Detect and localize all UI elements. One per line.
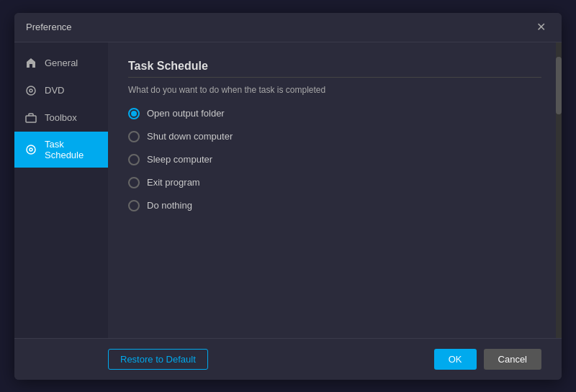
section-subtitle: What do you want to do when the task is …: [128, 85, 541, 95]
restore-default-button[interactable]: Restore to Default: [108, 349, 208, 370]
radio-item-do-nothing[interactable]: Do nothing: [128, 200, 541, 211]
sidebar-item-dvd[interactable]: DVD: [14, 77, 108, 104]
scrollbar-thumb[interactable]: [556, 57, 562, 114]
sidebar-item-general-label: General: [45, 58, 78, 68]
radio-label-sleep-computer: Sleep computer: [147, 154, 212, 165]
radio-item-sleep-computer[interactable]: Sleep computer: [128, 154, 541, 165]
radio-label-exit-program: Exit program: [147, 177, 200, 188]
main-content: Task Schedule What do you want to do whe…: [108, 42, 562, 338]
sidebar-item-general[interactable]: General: [14, 50, 108, 77]
sidebar-item-toolbox[interactable]: Toolbox: [14, 104, 108, 132]
close-button[interactable]: ✕: [532, 20, 550, 35]
radio-do-nothing[interactable]: [128, 200, 140, 211]
sidebar-item-dvd-label: DVD: [45, 85, 64, 96]
toolbox-icon: [24, 111, 37, 124]
radio-exit-program[interactable]: [128, 177, 140, 188]
radio-group: Open output folder Shut down computer Sl…: [128, 108, 541, 211]
sidebar: General DVD Toolbox: [14, 42, 108, 338]
radio-sleep-computer[interactable]: [128, 154, 140, 165]
footer-left: Restore to Default: [108, 349, 208, 370]
svg-point-1: [30, 89, 32, 92]
radio-label-open-output-folder: Open output folder: [147, 108, 225, 119]
dialog-title: Preference: [26, 22, 72, 32]
preference-dialog: Preference ✕ General: [14, 13, 562, 380]
dvd-icon: [24, 84, 37, 97]
sidebar-item-task-schedule-label: Task Schedule: [45, 139, 98, 160]
radio-shut-down-computer[interactable]: [128, 131, 140, 142]
cancel-button[interactable]: Cancel: [484, 349, 541, 370]
general-icon: [24, 57, 37, 70]
section-divider: [128, 77, 541, 78]
radio-label-do-nothing: Do nothing: [147, 200, 192, 211]
footer-right: OK Cancel: [434, 349, 541, 370]
radio-item-shut-down-computer[interactable]: Shut down computer: [128, 131, 541, 142]
sidebar-item-toolbox-label: Toolbox: [45, 112, 77, 123]
radio-item-exit-program[interactable]: Exit program: [128, 177, 541, 188]
svg-rect-2: [26, 116, 36, 122]
sidebar-item-task-schedule[interactable]: Task Schedule: [14, 132, 108, 168]
svg-point-0: [27, 86, 35, 95]
section-title: Task Schedule: [128, 60, 541, 73]
svg-point-4: [30, 148, 32, 151]
title-bar: Preference ✕: [14, 13, 562, 42]
scrollbar-track: [556, 42, 562, 338]
svg-point-3: [27, 145, 35, 154]
footer: Restore to Default OK Cancel: [14, 338, 562, 380]
task-schedule-icon: [24, 143, 37, 156]
radio-label-shut-down-computer: Shut down computer: [147, 131, 233, 142]
radio-open-output-folder[interactable]: [128, 108, 140, 119]
dialog-body: General DVD Toolbox: [14, 42, 562, 338]
ok-button[interactable]: OK: [434, 349, 477, 370]
radio-item-open-output-folder[interactable]: Open output folder: [128, 108, 541, 119]
